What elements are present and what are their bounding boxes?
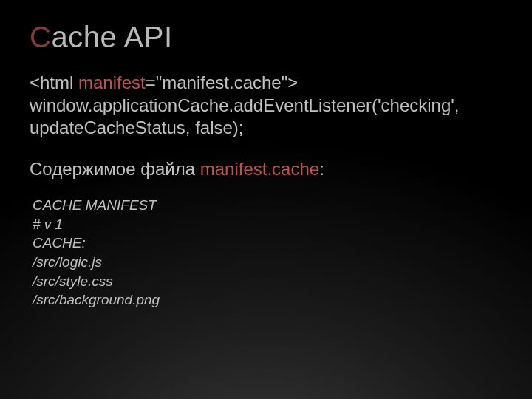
js-line-1: window.applicationCache.addEventListener…: [30, 95, 502, 117]
title-accent-letter: C: [30, 21, 51, 53]
manifest-line: CACHE:: [33, 233, 502, 253]
manifest-line: /src/background.png: [33, 290, 502, 310]
open-tag: <html: [30, 72, 78, 92]
file-subheading: Содержимое файла manifest.cache:: [30, 159, 502, 180]
html-tag-line: <html manifest="manifest.cache">: [30, 72, 502, 95]
subheading-suffix: :: [319, 159, 324, 179]
manifest-line: /src/logic.js: [33, 253, 502, 272]
attr-rest: ="manifest.cache">: [146, 72, 298, 92]
title-rest: ache API: [51, 21, 172, 53]
attr-keyword: manifest: [78, 72, 146, 92]
slide: Cache API <html manifest="manifest.cache…: [0, 0, 532, 399]
subheading-filename: manifest.cache: [200, 159, 319, 179]
slide-title: Cache API: [30, 21, 502, 54]
manifest-file-listing: CACHE MANIFEST # v 1 CACHE: /src/logic.j…: [30, 196, 502, 310]
manifest-line: # v 1: [33, 215, 502, 234]
manifest-line: CACHE MANIFEST: [33, 196, 502, 215]
code-sample: <html manifest="manifest.cache"> window.…: [30, 72, 502, 140]
subheading-prefix: Содержимое файла: [30, 159, 200, 179]
js-line-2: updateCacheStatus, false);: [30, 117, 502, 140]
manifest-line: /src/style.css: [33, 272, 502, 291]
